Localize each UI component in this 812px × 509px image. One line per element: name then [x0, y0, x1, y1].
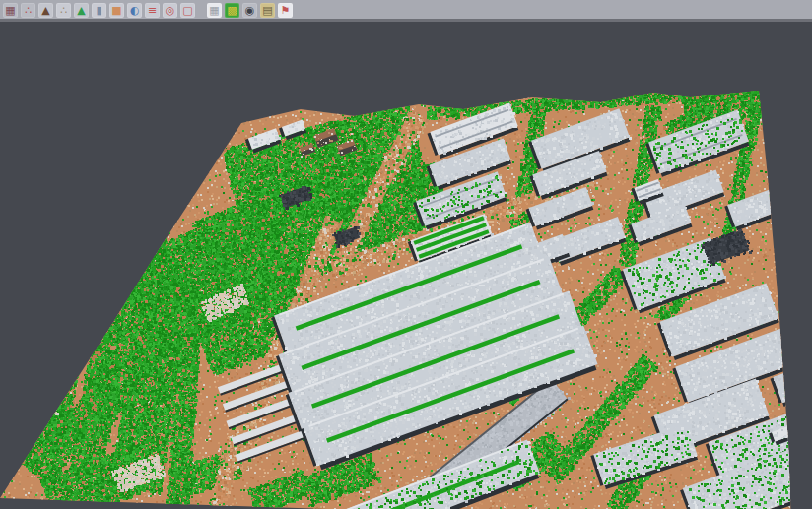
main-toolbar: ▦∴▲∴▲▮■◐≡◎▢▦▩◉▤⚑: [0, 0, 812, 22]
height-scale-glyph: ▮: [96, 5, 102, 16]
points-sparse-glyph: ∴: [60, 5, 67, 16]
height-scale-icon[interactable]: ▮: [92, 3, 106, 18]
snapshot-camera-icon[interactable]: ◉: [242, 3, 257, 18]
3d-viewport[interactable]: [0, 0, 812, 509]
terrain-green-icon[interactable]: ▲: [74, 3, 89, 18]
globe-3d-glyph: ◐: [130, 5, 140, 16]
report-flag-glyph: ⚑: [281, 5, 291, 16]
class-palette-glyph: ▩: [227, 5, 237, 16]
points-classify-glyph: ∴: [25, 5, 32, 16]
report-flag-icon[interactable]: ⚑: [278, 3, 293, 18]
select-box-glyph: ▢: [182, 5, 192, 16]
points-sparse-icon[interactable]: ∴: [56, 3, 71, 18]
ortho-view-glyph: ■: [111, 5, 121, 16]
measure-grid-glyph: ▤: [262, 5, 272, 16]
points-color-glyph: ▦: [5, 5, 15, 16]
raster-view-glyph: ▦: [209, 5, 219, 16]
points-color-icon[interactable]: ▦: [3, 3, 18, 18]
target-circle-icon[interactable]: ◎: [163, 3, 177, 18]
profile-lines-glyph: ≡: [148, 5, 157, 16]
points-classify-icon[interactable]: ∴: [21, 3, 35, 18]
target-circle-glyph: ◎: [166, 5, 175, 16]
snapshot-camera-glyph: ◉: [245, 5, 255, 16]
terrain-brown-glyph: ▲: [41, 5, 49, 16]
select-box-icon[interactable]: ▢: [180, 3, 195, 18]
terrain-green-glyph: ▲: [77, 5, 85, 16]
raster-view-icon[interactable]: ▦: [207, 3, 222, 18]
class-palette-icon[interactable]: ▩: [225, 3, 239, 18]
application-window: ▦∴▲∴▲▮■◐≡◎▢▦▩◉▤⚑: [0, 0, 812, 509]
globe-3d-icon[interactable]: ◐: [127, 3, 142, 18]
profile-lines-icon[interactable]: ≡: [145, 3, 160, 18]
ortho-view-icon[interactable]: ■: [109, 3, 124, 18]
measure-grid-icon[interactable]: ▤: [260, 3, 275, 18]
terrain-brown-icon[interactable]: ▲: [38, 3, 53, 18]
